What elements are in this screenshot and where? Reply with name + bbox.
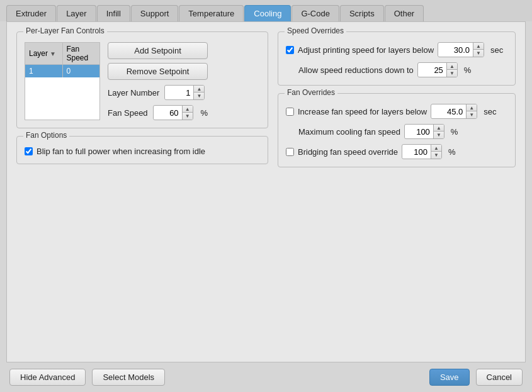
row-layer-cell: 1 — [25, 65, 63, 77]
fan-speed-label: Fan Speed — [108, 108, 148, 118]
adjust-speed-input[interactable] — [438, 44, 473, 56]
row-fan-speed-cell: 0 — [63, 65, 100, 77]
col-layer: Layer ▼ — [25, 43, 63, 64]
allow-reduction-down[interactable]: ▼ — [447, 70, 457, 77]
remove-setpoint-button[interactable]: Remove Setpoint — [108, 63, 208, 80]
allow-reduction-up[interactable]: ▲ — [447, 63, 457, 70]
tab-other[interactable]: Other — [385, 5, 424, 21]
layer-col-arrow: ▼ — [50, 50, 56, 57]
increase-fan-down[interactable]: ▼ — [467, 111, 477, 118]
col-layer-label: Layer — [29, 49, 48, 58]
bottom-right: Save Cancel — [429, 369, 523, 386]
adjust-speed-input-wrapper: ▲ ▼ — [438, 42, 484, 57]
bridging-fan-label: Bridging fan speed override — [298, 147, 398, 157]
adjust-speed-checkbox[interactable] — [286, 46, 294, 54]
increase-fan-spinner: ▲ ▼ — [466, 104, 477, 118]
fan-table-header: Layer ▼ Fan Speed — [25, 43, 99, 65]
fan-table-controls: Add Setpoint Remove Setpoint Layer Numbe… — [108, 42, 208, 120]
increase-fan-checkbox[interactable] — [286, 108, 294, 116]
bridging-row: Bridging fan speed override ▲ ▼ % — [286, 144, 507, 159]
layer-number-down[interactable]: ▼ — [194, 92, 204, 99]
speed-overrides-group: Speed Overrides Adjust printing speed fo… — [278, 31, 516, 86]
bridging-input-wrapper: ▲ ▼ — [402, 144, 442, 159]
layer-number-up[interactable]: ▲ — [194, 86, 204, 92]
fan-speed-up[interactable]: ▲ — [183, 106, 193, 113]
fan-overrides-content: Increase fan speed for layers below ▲ ▼ … — [286, 104, 507, 159]
content-area: Per-Layer Fan Controls Layer ▼ Fan Speed — [6, 21, 526, 362]
adjust-speed-row: Adjust printing speed for layers below ▲… — [286, 42, 507, 57]
tab-cooling[interactable]: Cooling — [244, 5, 291, 21]
right-column: Speed Overrides Adjust printing speed fo… — [278, 31, 516, 352]
fan-table: Layer ▼ Fan Speed 1 0 — [25, 42, 100, 120]
blip-fan-label: Blip fan to full power when increasing f… — [37, 147, 205, 156]
table-row[interactable]: 1 0 — [25, 65, 99, 77]
layer-number-input[interactable] — [165, 87, 193, 99]
fan-overrides-group: Fan Overrides Increase fan speed for lay… — [278, 93, 516, 167]
fan-overrides-title: Fan Overrides — [285, 88, 337, 97]
fan-options-group: Fan Options Blip fan to full power when … — [16, 136, 268, 164]
per-layer-fan-title: Per-Layer Fan Controls — [23, 26, 107, 35]
allow-reduction-input-wrapper: ▲ ▼ — [417, 62, 458, 77]
fan-speed-row: Fan Speed ▲ ▼ % — [108, 105, 208, 120]
tab-infill[interactable]: Infill — [97, 5, 130, 21]
max-cooling-label: Maximum cooling fan speed — [298, 127, 400, 137]
cancel-button[interactable]: Cancel — [476, 369, 523, 386]
fan-speed-down[interactable]: ▼ — [183, 113, 193, 120]
layer-number-row: Layer Number ▲ ▼ — [108, 85, 208, 100]
bridging-fan-checkbox[interactable] — [286, 148, 294, 156]
increase-fan-label: Increase fan speed for layers below — [298, 107, 427, 116]
blip-fan-checkbox[interactable] — [25, 147, 33, 155]
adjust-speed-up[interactable]: ▲ — [473, 43, 484, 50]
add-setpoint-button[interactable]: Add Setpoint — [108, 42, 208, 59]
fan-speed-spinner: ▲ ▼ — [182, 106, 193, 120]
per-layer-fan-group: Per-Layer Fan Controls Layer ▼ Fan Speed — [16, 31, 268, 128]
layer-number-label: Layer Number — [108, 88, 159, 98]
tab-gcode[interactable]: G-Code — [291, 5, 339, 21]
max-cooling-input[interactable] — [405, 126, 433, 138]
bridging-unit: % — [448, 147, 456, 157]
increase-fan-input[interactable] — [431, 106, 466, 118]
allow-reduction-spinner: ▲ ▼ — [446, 63, 457, 77]
col-fan-speed-label: Fan Speed — [67, 45, 96, 62]
adjust-speed-label: Adjust printing speed for layers below — [298, 45, 434, 55]
speed-overrides-title: Speed Overrides — [285, 26, 346, 35]
max-cooling-up[interactable]: ▲ — [434, 125, 444, 132]
setpoint-button-row: Add Setpoint Remove Setpoint — [108, 42, 208, 80]
layer-number-spinner: ▲ ▼ — [193, 86, 204, 99]
col-fan-speed: Fan Speed — [63, 43, 100, 64]
adjust-speed-unit: sec — [490, 45, 503, 55]
select-models-button[interactable]: Select Models — [92, 369, 165, 386]
max-cooling-spinner: ▲ ▼ — [433, 125, 444, 138]
bridging-up[interactable]: ▲ — [431, 145, 441, 152]
adjust-speed-down[interactable]: ▼ — [473, 50, 484, 57]
bridging-input[interactable] — [402, 146, 431, 158]
bridging-down[interactable]: ▼ — [431, 152, 441, 159]
left-column: Per-Layer Fan Controls Layer ▼ Fan Speed — [16, 31, 268, 352]
max-cooling-unit: % — [451, 127, 458, 137]
tab-support[interactable]: Support — [131, 5, 179, 21]
allow-reduction-row: Allow speed reductions down to ▲ ▼ % — [298, 62, 507, 77]
layer-number-input-wrapper: ▲ ▼ — [164, 85, 205, 100]
bottom-left: Hide Advanced Select Models — [9, 369, 165, 386]
tab-layer[interactable]: Layer — [57, 5, 96, 21]
allow-reduction-input[interactable] — [418, 64, 446, 76]
fan-options-title: Fan Options — [23, 131, 69, 140]
save-button[interactable]: Save — [429, 369, 470, 386]
speed-overrides-content: Adjust printing speed for layers below ▲… — [286, 42, 507, 77]
tab-temperature[interactable]: Temperature — [179, 5, 244, 21]
tab-scripts[interactable]: Scripts — [340, 5, 384, 21]
increase-fan-input-wrapper: ▲ ▼ — [431, 104, 477, 119]
bridging-spinner: ▲ ▼ — [431, 145, 441, 159]
fan-speed-unit: % — [201, 108, 208, 118]
tab-bar: Extruder Layer Infill Support Temperatur… — [0, 0, 532, 21]
max-cooling-down[interactable]: ▼ — [434, 132, 444, 138]
allow-reduction-unit: % — [464, 65, 472, 75]
main-container: Extruder Layer Infill Support Temperatur… — [0, 0, 532, 392]
hide-advanced-button[interactable]: Hide Advanced — [9, 369, 86, 386]
increase-fan-up[interactable]: ▲ — [467, 104, 477, 111]
fan-speed-input[interactable] — [154, 107, 182, 119]
max-cooling-input-wrapper: ▲ ▼ — [404, 124, 444, 139]
per-layer-content: Layer ▼ Fan Speed 1 0 — [25, 42, 260, 120]
tab-extruder[interactable]: Extruder — [6, 5, 56, 21]
allow-reduction-label: Allow speed reductions down to — [298, 65, 414, 75]
